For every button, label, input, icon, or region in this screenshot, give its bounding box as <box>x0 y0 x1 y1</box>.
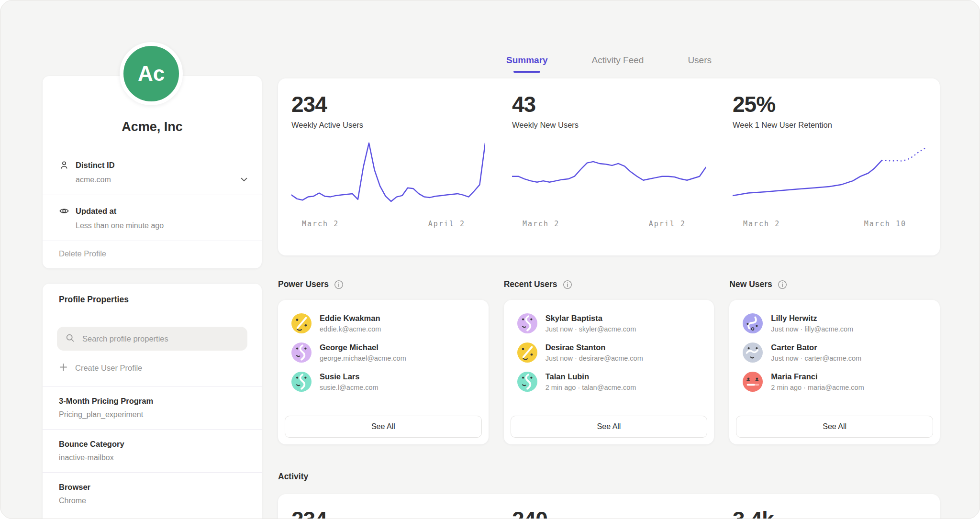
user-avatar <box>291 342 312 363</box>
user-avatar <box>517 342 537 363</box>
plus-icon <box>59 363 68 374</box>
section-title: Power Users <box>278 279 329 289</box>
activity-stat-value: 234 <box>291 507 485 519</box>
user-avatar <box>743 342 763 363</box>
user-name: George Michael <box>320 343 406 352</box>
user-avatar <box>517 313 537 333</box>
tab-label: Users <box>688 55 712 65</box>
property-value: inactive-mailbox <box>59 453 245 462</box>
search-profile-properties[interactable] <box>57 327 247 351</box>
stat-weekly-active-users: 234 Weekly Active Users March 2 April 2 <box>278 91 499 255</box>
x-axis-labels: March 2 March 10 <box>733 220 926 228</box>
user-row[interactable]: Lilly Herwitz Just now · lilly@acme.com <box>736 313 933 333</box>
x-tick: March 2 <box>743 220 780 228</box>
stat-label: Week 1 New User Retention <box>733 121 926 130</box>
chevron-down-icon[interactable] <box>239 174 249 185</box>
user-avatar <box>743 313 763 333</box>
property-value: Chrome <box>59 497 245 505</box>
profile-properties-title: Profile Properties <box>43 284 262 314</box>
field-value: acme.com <box>76 176 245 184</box>
stat-value: 234 <box>291 91 485 117</box>
user-row[interactable]: George Michael george.michael@acme.com <box>285 342 482 363</box>
user-avatar <box>291 372 312 392</box>
property-name: Bounce Category <box>59 440 245 449</box>
user-name: Talan Lubin <box>546 372 636 381</box>
weekly-new-users-chart <box>512 137 706 209</box>
stat-label: Weekly New Users <box>512 121 706 130</box>
user-detail: eddie.k@acme.com <box>320 325 381 333</box>
user-row[interactable]: Skylar Baptista Just now · skyler@acme.c… <box>511 313 708 333</box>
search-icon <box>65 333 75 345</box>
x-tick: April 2 <box>649 220 686 228</box>
field-value: Less than one minute ago <box>76 221 245 230</box>
person-icon <box>59 160 69 170</box>
search-input[interactable] <box>81 334 239 344</box>
tab-activity-feed[interactable]: Activity Feed <box>592 55 644 73</box>
stat-weekly-new-users: 43 Weekly New Users March 2 April 2 <box>499 91 719 255</box>
user-name: Skylar Baptista <box>546 314 636 323</box>
tab-bar: Summary Activity Feed Users <box>278 55 940 73</box>
property-name: 3-Month Pricing Program <box>59 397 245 406</box>
tab-label: Activity Feed <box>592 55 644 65</box>
user-detail: george.michael@acme.com <box>320 354 406 362</box>
info-icon[interactable] <box>778 280 787 289</box>
create-user-profile-label: Create User Profile <box>75 364 142 373</box>
user-detail: 2 min ago · maria@acme.com <box>771 384 864 391</box>
see-all-button[interactable]: See All <box>511 416 708 438</box>
user-avatar <box>517 372 537 392</box>
x-tick: March 10 <box>864 220 906 228</box>
week1-retention-chart <box>733 137 926 209</box>
property-row[interactable]: 3-Month Pricing Program Pricing_plan_exp… <box>43 386 262 429</box>
user-row[interactable]: Desirae Stanton Just now · desirare@acme… <box>511 342 708 363</box>
property-name: Browser <box>59 483 245 492</box>
field-label: Distinct ID <box>76 161 115 170</box>
stat-value: 43 <box>512 91 706 117</box>
activity-stat-value: 3.4k <box>733 507 926 519</box>
delete-profile-button[interactable]: Delete Profile <box>43 241 262 268</box>
user-name: Desirae Stanton <box>546 343 643 352</box>
user-name: Eddie Kwakman <box>320 314 381 323</box>
user-detail: susie.l@acme.com <box>320 384 379 391</box>
tab-summary[interactable]: Summary <box>506 55 548 73</box>
user-row[interactable]: Carter Bator Just now · carter@acme.com <box>736 342 933 363</box>
section-title: New Users <box>729 279 772 289</box>
x-tick: March 2 <box>523 220 559 228</box>
user-detail: Just now · lilly@acme.com <box>771 325 853 333</box>
user-detail: 2 min ago · talan@acme.com <box>546 384 636 391</box>
see-all-button[interactable]: See All <box>285 416 482 438</box>
distinct-id-row: Distinct ID acme.com <box>43 149 262 195</box>
property-value: Pricing_plan_experiment <box>59 410 245 419</box>
see-all-button[interactable]: See All <box>736 416 933 438</box>
user-avatar <box>291 313 312 333</box>
x-tick: April 2 <box>428 220 465 228</box>
create-user-profile-button[interactable]: Create User Profile <box>59 363 245 374</box>
active-tab-underline <box>513 71 540 73</box>
activity-title: Activity <box>278 472 308 482</box>
recent-users-section: Recent Users Skylar Baptista Just now · … <box>504 279 714 444</box>
stat-week1-retention: 25% Week 1 New User Retention March 2 Ma… <box>719 91 940 255</box>
property-row[interactable]: Bounce Category inactive-mailbox <box>43 429 262 472</box>
info-icon[interactable] <box>563 280 572 289</box>
app-window: Ac Acme, Inc Distinct ID acme.com Update… <box>0 0 980 519</box>
new-users-card: Lilly Herwitz Just now · lilly@acme.com … <box>729 300 940 444</box>
weekly-active-users-chart <box>291 137 485 209</box>
tab-users[interactable]: Users <box>688 55 712 73</box>
new-users-section: New Users Lilly Herwitz Just now · lilly… <box>729 279 940 444</box>
user-name: Carter Bator <box>771 343 861 352</box>
user-row[interactable]: Eddie Kwakman eddie.k@acme.com <box>285 313 482 333</box>
x-axis-labels: March 2 April 2 <box>512 220 706 228</box>
user-name: Lilly Herwitz <box>771 314 853 323</box>
stat-value: 25% <box>733 91 926 117</box>
property-row[interactable]: Browser Chrome <box>43 472 262 515</box>
user-row[interactable]: Susie Lars susie.l@acme.com <box>285 372 482 392</box>
updated-at-row: Updated at Less than one minute ago <box>43 195 262 241</box>
user-row[interactable]: Maria Franci 2 min ago · maria@acme.com <box>736 372 933 392</box>
user-detail: Just now · skyler@acme.com <box>546 325 636 333</box>
user-lists-row: Power Users Eddie Kwakman eddie.k@acme.c… <box>278 279 940 444</box>
user-detail: Just now · carter@acme.com <box>771 354 861 362</box>
user-avatar <box>743 372 763 392</box>
info-icon[interactable] <box>334 280 344 289</box>
profile-properties-card: Profile Properties Create User Profile 3… <box>43 284 262 519</box>
user-row[interactable]: Talan Lubin 2 min ago · talan@acme.com <box>511 372 708 392</box>
stat-label: Weekly Active Users <box>291 121 485 130</box>
